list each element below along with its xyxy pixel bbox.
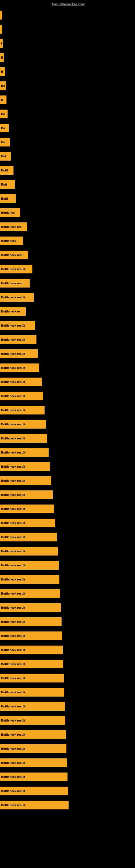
bar-row: Bottleneck result <box>0 798 135 812</box>
bar-row: Bo <box>0 135 135 149</box>
bar-row: B <box>0 51 135 65</box>
site-title: TheBottlenecker.com <box>50 2 85 6</box>
bar-label: Bottleneck result <box>1 789 25 793</box>
bar-row: Bottleneck result <box>0 629 135 643</box>
bar: Bott <box>0 180 15 189</box>
bars-container: EBBBoBBoBoBoBotBottlBottBottlBottlenecBo… <box>0 8 135 812</box>
bar-label: Bottleneck result <box>1 507 25 510</box>
bar-label: Bottleneck result <box>1 761 25 764</box>
bar-label: Bottleneck result <box>1 775 25 778</box>
bar-label: Bottleneck result <box>1 677 25 680</box>
bar-label: Bottleneck result <box>1 719 25 722</box>
bar: Bottleneck result <box>0 321 35 330</box>
bar: Bottleneck result <box>0 335 37 344</box>
bar: Bottleneck result <box>0 758 67 767</box>
bar: Bottleneck result <box>0 434 47 443</box>
bar: B <box>0 95 6 104</box>
bar-row: Bottleneck result <box>0 600 135 615</box>
bar-row: Bottleneck result <box>0 445 135 460</box>
bar-row: Bottleneck result <box>0 417 135 431</box>
bar-label: Bottleneck result <box>1 352 25 355</box>
bar-label: Bottleneck result <box>1 296 25 299</box>
bar-label: Bottleneck result <box>1 634 25 638</box>
bar-label: Bo <box>1 126 5 130</box>
bar: Bottleneck re <box>0 307 26 316</box>
bar-label: Bottleneck result <box>1 733 25 736</box>
bar: Bottlenec <box>0 208 20 217</box>
bar-label: Bottleneck resu <box>1 253 24 257</box>
bar-label: Bottleneck re <box>1 310 20 313</box>
bar: Bottleneck resu <box>0 251 28 259</box>
bar-row: Bottleneck result <box>0 586 135 600</box>
bar-row: Bottleneck result <box>0 671 135 685</box>
bar-row: Bottleneck result <box>0 756 135 770</box>
bar-label: Bottleneck result <box>1 423 25 426</box>
bar-label: E <box>1 42 2 45</box>
bar-label: Bottleneck result <box>1 592 25 595</box>
bar: Bottleneck result <box>0 575 59 584</box>
bar: Bottleneck result <box>0 533 57 541</box>
bar-row: Bottleneck result <box>0 333 135 347</box>
bar-label: Bottleneck <box>1 239 16 243</box>
bar-label: Bottleneck result <box>1 691 25 694</box>
bar-label: Bottleneck result <box>1 620 25 623</box>
bar: Bottleneck result <box>0 702 65 711</box>
bar-row: Bottleneck result <box>0 502 135 516</box>
bar-row: Bo <box>0 121 135 135</box>
bar <box>0 11 2 20</box>
bar-row: Bottleneck resu <box>0 276 135 290</box>
bar-label: Bottleneck result <box>1 408 25 412</box>
bar: Bot <box>0 152 11 161</box>
bar-row: Bo <box>0 107 135 121</box>
bar-label: Bottleneck result <box>1 521 25 525</box>
bar-row: Bottleneck result <box>0 474 135 488</box>
bar-label: B <box>1 70 3 73</box>
bar-row: Bottleneck result <box>0 643 135 657</box>
bar-label: Bottleneck result <box>1 550 25 553</box>
bar: Bottl <box>0 166 13 175</box>
bar: Bottleneck result <box>0 801 69 809</box>
bar: Bottleneck result <box>0 603 61 612</box>
bar-row: Bottleneck result <box>0 460 135 474</box>
bar-label: B <box>1 56 3 59</box>
bar-label: Bottleneck result <box>1 705 25 708</box>
bar-row: Bottleneck result <box>0 262 135 276</box>
bar: B <box>0 53 4 62</box>
bar-label: Bo <box>1 84 5 87</box>
bar-label: Bo <box>1 112 5 116</box>
bar-label: Bottleneck result <box>1 606 25 609</box>
bar-row: Bottleneck result <box>0 530 135 544</box>
bar-row: Bott <box>0 177 135 191</box>
bar-label: Bottleneck res <box>1 225 21 228</box>
bar: Bottleneck result <box>0 631 62 640</box>
bar: Bottleneck result <box>0 730 66 739</box>
bar-row: Bottleneck result <box>0 699 135 713</box>
bar: Bottl <box>0 194 16 203</box>
bar: Bottleneck result <box>0 293 34 302</box>
bar: Bottleneck result <box>0 786 68 795</box>
bar-row: Bottleneck result <box>0 685 135 699</box>
bar-label: Bottleneck result <box>1 493 25 496</box>
bar-row: Bottleneck result <box>0 544 135 558</box>
bar-label: Bott <box>1 183 7 186</box>
bar-row: Bottleneck result <box>0 389 135 403</box>
bar-row: Bottleneck result <box>0 403 135 417</box>
bar: Bottleneck result <box>0 646 63 654</box>
bar: Bottleneck result <box>0 392 43 400</box>
bar-row: Bottleneck result <box>0 742 135 756</box>
bar-row: Bottleneck result <box>0 713 135 727</box>
bar-label: Bottleneck resu <box>1 282 24 285</box>
bar-row: Bottleneck result <box>0 318 135 333</box>
bar-row: B <box>0 93 135 107</box>
bar: Bo <box>0 82 6 90</box>
bar-label: Bot <box>1 155 6 158</box>
bar-row <box>0 22 135 36</box>
bar-row: Bottleneck result <box>0 615 135 629</box>
bar-label: B <box>1 98 3 101</box>
bar-row: Bottleneck resu <box>0 248 135 262</box>
bar: Bottleneck result <box>0 773 68 781</box>
bar-row: Bottleneck result <box>0 727 135 742</box>
bar: Bottleneck result <box>0 406 45 414</box>
bar-label: Bottleneck result <box>1 268 25 271</box>
bar-label: Bottleneck result <box>1 747 25 750</box>
